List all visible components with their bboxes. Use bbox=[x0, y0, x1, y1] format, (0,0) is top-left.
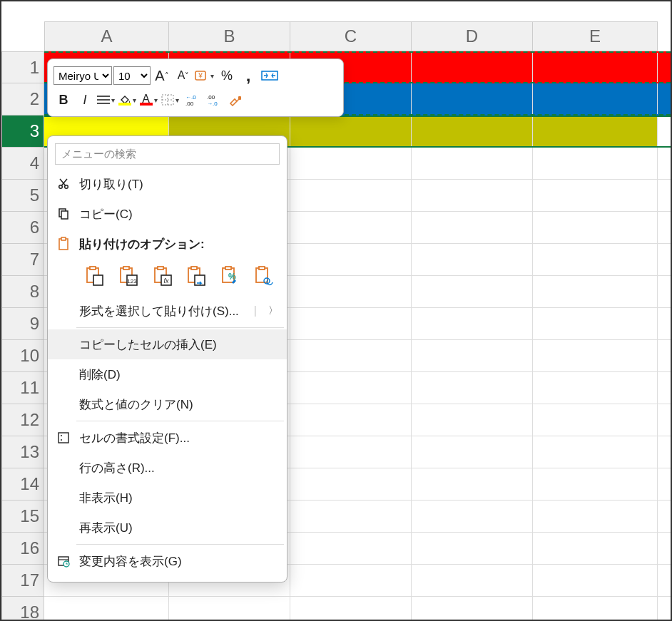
percent-button[interactable]: % bbox=[217, 66, 237, 86]
svg-rect-35 bbox=[195, 275, 205, 285]
col-header-c[interactable]: C bbox=[290, 21, 412, 51]
grid-cell[interactable] bbox=[533, 53, 658, 82]
borders-button[interactable]: ▾ bbox=[161, 90, 180, 110]
grid-cell[interactable] bbox=[533, 83, 658, 114]
paste-values-button[interactable]: 123 bbox=[115, 262, 143, 290]
row-header[interactable]: 11 bbox=[1, 372, 44, 404]
increase-decimal-button[interactable]: ←.0.00 bbox=[182, 90, 202, 110]
grid-cell[interactable] bbox=[412, 117, 533, 146]
row-header[interactable]: 2 bbox=[1, 83, 44, 116]
row-header-selected[interactable]: 3 bbox=[1, 116, 44, 148]
svg-rect-24 bbox=[93, 275, 103, 285]
row-header[interactable]: 9 bbox=[1, 308, 44, 340]
grid-cell[interactable] bbox=[412, 53, 533, 82]
svg-text:fx: fx bbox=[163, 277, 169, 284]
row-header[interactable]: 16 bbox=[1, 533, 44, 565]
paste-formulas-button[interactable]: fx bbox=[148, 262, 177, 290]
svg-point-42 bbox=[61, 435, 62, 436]
paste-all-button[interactable] bbox=[81, 262, 109, 290]
svg-rect-34 bbox=[191, 267, 197, 270]
mini-toolbar: Meiryo U 10 A˄ A˅ ¥ ▾ % , B I ▾ ▾ A bbox=[47, 58, 344, 117]
format-painter-button[interactable] bbox=[225, 90, 245, 110]
show-changes-icon bbox=[55, 555, 72, 568]
row-header[interactable]: 6 bbox=[1, 212, 44, 244]
menu-delete[interactable]: 削除(D) bbox=[48, 359, 287, 389]
menu-separator bbox=[76, 544, 284, 545]
svg-point-15 bbox=[65, 185, 68, 189]
col-header-d[interactable]: D bbox=[412, 21, 533, 51]
decrease-decimal-button[interactable]: .00→.0 bbox=[203, 90, 223, 110]
row-header[interactable]: 13 bbox=[1, 436, 44, 468]
svg-rect-13 bbox=[238, 96, 241, 100]
row-header[interactable]: 12 bbox=[1, 404, 44, 436]
row-header[interactable]: 8 bbox=[1, 276, 44, 308]
menu-cut[interactable]: 切り取り(T) bbox=[48, 169, 287, 199]
paste-transpose-button[interactable] bbox=[183, 262, 211, 290]
menu-label: コピー(C) bbox=[79, 206, 278, 222]
row-header[interactable]: 5 bbox=[1, 180, 44, 212]
menu-label: 貼り付けのオプション: bbox=[79, 236, 278, 252]
align-button[interactable]: ▾ bbox=[96, 90, 116, 110]
grid-row[interactable] bbox=[44, 597, 671, 621]
fill-color-button[interactable]: ▾ bbox=[118, 90, 138, 110]
menu-show-changes[interactable]: 変更内容を表示(G) bbox=[48, 546, 287, 576]
menu-label: 再表示(U) bbox=[79, 520, 278, 536]
merge-center-button[interactable] bbox=[260, 66, 280, 86]
svg-point-14 bbox=[59, 185, 63, 189]
clipboard-icon bbox=[55, 237, 72, 251]
svg-text:→.0: →.0 bbox=[207, 101, 218, 106]
row-header[interactable]: 10 bbox=[1, 340, 44, 372]
font-color-button[interactable]: A ▾ bbox=[139, 90, 159, 110]
format-cells-icon bbox=[55, 431, 72, 444]
menu-copy[interactable]: コピー(C) bbox=[48, 199, 287, 229]
svg-text:.00: .00 bbox=[185, 101, 194, 106]
grid-cell[interactable] bbox=[412, 83, 533, 114]
col-header-e[interactable]: E bbox=[533, 21, 658, 51]
col-header-a[interactable]: A bbox=[44, 21, 169, 51]
svg-text:123: 123 bbox=[128, 278, 138, 284]
row-header[interactable]: 17 bbox=[1, 565, 44, 597]
menu-insert-copied-cells[interactable]: コピーしたセルの挿入(E) bbox=[48, 329, 287, 359]
menu-label: コピーしたセルの挿入(E) bbox=[79, 337, 278, 353]
paste-formatting-button[interactable]: % bbox=[216, 262, 245, 290]
scissors-icon bbox=[55, 178, 72, 190]
row-header[interactable]: 15 bbox=[1, 501, 44, 533]
menu-row-height[interactable]: 行の高さ(R)... bbox=[48, 453, 287, 483]
col-header-b[interactable]: B bbox=[169, 21, 290, 51]
menu-unhide[interactable]: 再表示(U) bbox=[48, 513, 287, 543]
row-header[interactable]: 4 bbox=[1, 148, 44, 180]
menu-hide[interactable]: 非表示(H) bbox=[48, 483, 287, 513]
row-header[interactable]: 14 bbox=[1, 468, 44, 501]
comma-button[interactable]: , bbox=[238, 66, 258, 86]
menu-label: セルの書式設定(F)... bbox=[79, 430, 278, 446]
svg-text:.00: .00 bbox=[207, 94, 215, 101]
row-header[interactable]: 18 bbox=[1, 597, 44, 621]
svg-rect-19 bbox=[61, 211, 68, 219]
menu-format-cells[interactable]: セルの書式設定(F)... bbox=[48, 423, 287, 453]
row-header[interactable]: 7 bbox=[1, 244, 44, 276]
accounting-format-button[interactable]: ¥ ▾ bbox=[195, 66, 215, 86]
increase-font-button[interactable]: A˄ bbox=[152, 66, 172, 86]
grid-cell[interactable] bbox=[533, 117, 658, 146]
svg-rect-30 bbox=[158, 267, 163, 270]
bold-button[interactable]: B bbox=[54, 90, 73, 110]
svg-rect-37 bbox=[225, 267, 231, 270]
font-name-select[interactable]: Meiryo U bbox=[54, 66, 112, 85]
italic-button[interactable]: I bbox=[75, 90, 95, 110]
menu-clear-contents[interactable]: 数式と値のクリア(N) bbox=[48, 389, 287, 419]
svg-point-43 bbox=[61, 439, 62, 441]
chevron-right-icon: 〉 bbox=[268, 304, 278, 317]
svg-rect-40 bbox=[259, 267, 265, 270]
decrease-font-button[interactable]: A˅ bbox=[173, 66, 193, 86]
menu-label: 非表示(H) bbox=[79, 490, 278, 506]
grid-cell[interactable] bbox=[290, 117, 412, 146]
row-headers: 1 2 3 4 5 6 7 8 9 10 11 12 13 14 15 16 1… bbox=[1, 51, 44, 621]
paste-link-button[interactable] bbox=[250, 262, 279, 290]
menu-label: 形式を選択して貼り付け(S)... bbox=[79, 303, 243, 319]
svg-text:←.0: ←.0 bbox=[185, 94, 196, 101]
row-header[interactable]: 1 bbox=[1, 51, 44, 83]
menu-paste-special[interactable]: 形式を選択して貼り付け(S)... | 〉 bbox=[48, 296, 287, 326]
font-size-select[interactable]: 10 bbox=[113, 66, 151, 85]
menu-search-input[interactable]: メニューの検索 bbox=[55, 143, 280, 165]
menu-label: 切り取り(T) bbox=[79, 176, 278, 193]
